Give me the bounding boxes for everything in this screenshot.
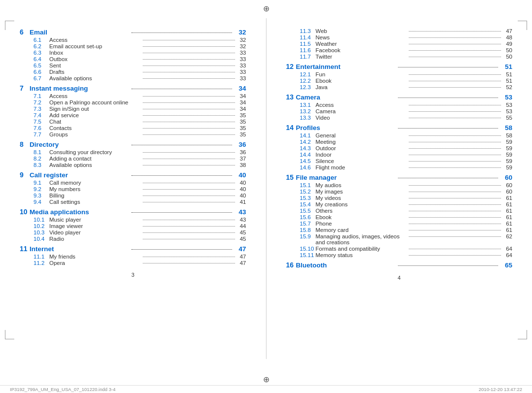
sub-15-4-num: 15.4 xyxy=(300,201,316,207)
sub-14-2-title: Meeting xyxy=(316,139,408,145)
sub-8-2-title: Adding a contact xyxy=(49,156,141,162)
sub-7-3-dots xyxy=(143,109,235,109)
sub-7-7-num: 7.7 xyxy=(33,131,49,137)
section-8-title: Directory xyxy=(30,141,130,148)
sub-15-2-title: My images xyxy=(316,189,408,195)
section-13-dots xyxy=(398,98,498,98)
section-13-header: 13 Camera 53 xyxy=(286,93,513,101)
sub-15-5-dots xyxy=(409,211,501,211)
sub-6-7-num: 6.7 xyxy=(33,75,49,81)
sub-6-2: 6.2 Email account set-up 32 xyxy=(33,43,246,49)
sub-10-4-dots xyxy=(143,239,235,239)
sub-15-10-page: 64 xyxy=(502,246,512,252)
sub-9-3-num: 9.3 xyxy=(33,193,49,198)
sub-7-2-page: 34 xyxy=(236,99,246,105)
sub-14-1-num: 14.1 xyxy=(300,132,316,138)
section-15: 15 File manager 60 15.1 My audios 60 15.… xyxy=(286,173,513,258)
sub-15-9-num: 15.9 xyxy=(300,233,316,239)
section-14-num: 14 xyxy=(286,124,296,131)
sub-14-4-num: 14.4 xyxy=(300,152,316,158)
sub-11-2-num: 11.2 xyxy=(33,260,49,266)
right-page: 11.3 Web 47 11.4 News 48 11.5 Weather xyxy=(266,18,532,359)
sub-11-5-title: Weather xyxy=(316,41,408,47)
sub-10-3-title: Video player xyxy=(49,229,141,235)
sub-7-3: 7.3 Sign in/Sign out 34 xyxy=(33,106,246,112)
section-9-num: 9 xyxy=(20,171,30,179)
sub-7-5: 7.5 Chat 35 xyxy=(33,119,246,125)
sub-14-4: 14.4 Indoor 59 xyxy=(300,152,513,158)
sub-6-4-title: Outbox xyxy=(49,56,141,62)
sub-15-6-title: Ebook xyxy=(316,214,408,220)
section-9-subsections: 9.1 Call memory 40 9.2 My numbers 40 9.3… xyxy=(33,180,246,205)
sub-15-1-page: 60 xyxy=(502,182,512,188)
sub-9-4: 9.4 Call settings 41 xyxy=(33,199,246,205)
sub-10-3-num: 10.3 xyxy=(33,229,49,235)
sub-11-4-page: 48 xyxy=(502,34,512,40)
section-11-dots xyxy=(132,249,232,250)
section-14-dots xyxy=(398,128,498,129)
sub-10-2-page: 44 xyxy=(236,223,246,229)
section-16-header: 16 Bluetooth 65 xyxy=(286,261,513,269)
sub-7-3-title: Sign in/Sign out xyxy=(49,106,141,112)
sub-7-6-dots xyxy=(143,128,235,129)
sub-13-1: 13.1 Access 53 xyxy=(300,102,513,108)
sub-15-4: 15.4 My creations 61 xyxy=(300,201,513,207)
sub-14-3-page: 59 xyxy=(502,145,512,151)
sub-7-2-title: Open a Palringo account online xyxy=(49,99,141,105)
sub-12-2-page: 51 xyxy=(502,78,512,84)
section-13-num: 13 xyxy=(286,93,296,101)
sub-15-7-num: 15.7 xyxy=(300,221,316,227)
sub-7-1-page: 34 xyxy=(236,93,246,99)
sub-12-3-page: 52 xyxy=(502,84,512,90)
section-10: 10 Media applications 43 10.1 Music play… xyxy=(20,208,246,242)
sub-6-6-dots xyxy=(143,72,235,72)
sub-6-5-title: Sent xyxy=(49,63,141,68)
sub-14-2-num: 14.2 xyxy=(300,139,316,145)
sub-8-1-num: 8.1 xyxy=(33,149,49,155)
sub-14-3-title: Outdoor xyxy=(316,145,408,151)
sub-9-4-dots xyxy=(143,202,235,202)
section-7-dots xyxy=(132,89,232,89)
sub-9-1-title: Call memory xyxy=(49,180,141,186)
section-10-dots xyxy=(132,212,232,213)
sub-9-1-dots xyxy=(143,183,235,183)
sub-12-3-title: Java xyxy=(316,84,408,90)
sub-9-1: 9.1 Call memory 40 xyxy=(33,180,246,186)
section-6: 6 Email 32 6.1 Access 32 6.2 Email accou… xyxy=(20,28,246,81)
sub-13-1-dots xyxy=(409,105,501,105)
sub-6-6: 6.6 Drafts 33 xyxy=(33,69,246,75)
sub-9-2-dots xyxy=(143,189,235,190)
sub-6-2-title: Email account set-up xyxy=(49,43,141,49)
compass-bottom-container: ⊕ xyxy=(0,374,532,385)
sub-9-3-dots xyxy=(143,196,235,196)
sub-6-6-title: Drafts xyxy=(49,69,141,75)
section-12-header: 12 Entertainment 51 xyxy=(286,63,513,70)
sub-13-3-dots xyxy=(409,118,501,118)
sub-13-3-page: 55 xyxy=(502,115,512,121)
sub-6-2-dots xyxy=(143,46,235,47)
sub-15-6-num: 15.6 xyxy=(300,214,316,220)
section-8-page: 36 xyxy=(234,141,246,148)
header-compass: ⊕ xyxy=(0,0,532,13)
sub-11-1: 11.1 My friends 47 xyxy=(33,254,246,260)
section-8-header: 8 Directory 36 xyxy=(20,140,246,148)
sub-10-1-page: 43 xyxy=(236,217,246,223)
sub-15-1-dots xyxy=(409,185,501,186)
sub-14-6-num: 14.6 xyxy=(300,164,316,170)
sub-11-1-num: 11.1 xyxy=(33,254,49,260)
sub-7-2-num: 7.2 xyxy=(33,99,49,105)
sub-13-3-num: 13.3 xyxy=(300,115,316,121)
sub-7-6-num: 7.6 xyxy=(33,125,49,131)
sub-15-8-num: 15.8 xyxy=(300,227,316,233)
sub-6-5-dots xyxy=(143,66,235,66)
section-11: 11 Internet 47 11.1 My friends 47 11.2 O… xyxy=(20,245,246,266)
sub-15-9-dots xyxy=(409,236,501,237)
section-7-title: Instant messaging xyxy=(30,85,130,92)
section-14-title: Profiles xyxy=(296,124,396,131)
sub-15-8: 15.8 Memory card 61 xyxy=(300,227,513,233)
sub-7-7: 7.7 Groups 35 xyxy=(33,131,246,137)
sub-11-5-page: 49 xyxy=(502,41,512,47)
sub-6-1-dots xyxy=(143,40,235,40)
section-10-subsections: 10.1 Music player 43 10.2 Image viewer 4… xyxy=(33,217,246,242)
section-15-page: 60 xyxy=(500,174,512,181)
